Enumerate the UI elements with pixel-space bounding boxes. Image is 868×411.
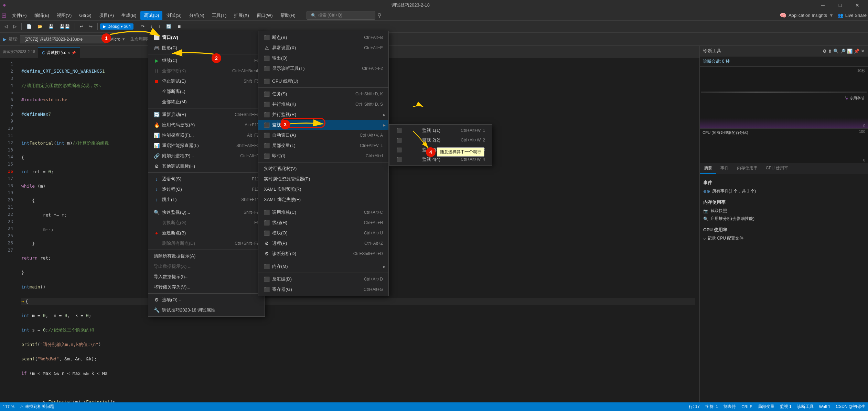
restart-btn[interactable]: 🔄 [164,23,174,30]
menu-stop-debug-item[interactable]: ⏹ 停止调试(E) Shift+F5 [148,76,265,86]
status-watch[interactable]: 监视 1 [780,404,792,410]
auto-window-item[interactable]: ⬛ 自动窗口(A) Ctrl+Alt+V, A [258,130,388,140]
diag-zoom-in-icon[interactable]: 🔍 [833,49,839,54]
step-over-btn[interactable]: ↷ [139,23,147,30]
menu-terminate-item[interactable]: 全部终止(M) [148,97,265,107]
watch-item[interactable]: ⬛ 监视(W) [258,120,388,130]
open-btn[interactable]: 📂 [35,23,45,30]
stop-btn[interactable]: ⏹ [175,23,184,30]
modules-item[interactable]: ⬛ 模块(O) Ctrl+Alt+U [258,228,388,238]
live-prop-item[interactable]: 实时属性资源管理器(P) [258,174,388,184]
step-in-btn[interactable]: ↓ [148,23,155,30]
gpu-threads-item[interactable]: ⬛ GPU 线程(U) [258,76,388,86]
diag-tab-memory[interactable]: 内存使用率 [733,163,762,174]
minimize-button[interactable]: ─ [815,0,831,10]
snapshot-item[interactable]: 📷 截取快照 [703,207,865,215]
immediate-item[interactable]: ⬛ 即时(I) Ctrl+Alt+I [258,151,388,161]
diag-settings-icon[interactable]: ⚙ [823,49,827,54]
bp-window-item[interactable]: ⬛ 断点(B) Ctrl+Alt+B [258,32,388,43]
call-stack-item[interactable]: ⬛ 调用堆栈(C) Ctrl+Alt+C [258,207,388,218]
heap-item[interactable]: 🔍 启用堆分析(会影响性能) [703,215,865,223]
tab-close-icon[interactable]: ✕ [67,51,70,55]
memory-win-item[interactable]: ⬛ 内存(M) [258,261,388,272]
menu-window[interactable]: 窗口(W) [253,11,276,20]
menu-project[interactable]: 项目(P) [96,11,117,20]
tasks-item[interactable]: ⬛ 任务(S) Ctrl+Shift+D, K [258,89,388,99]
diag-tab-summary[interactable]: 摘要 [700,163,716,174]
menu-save-dump-item[interactable]: 将转储另存为(V)... [148,282,265,292]
menu-new-bp-item[interactable]: ● 新建断点(B) [148,228,265,238]
menu-tools[interactable]: 工具(T) [208,11,230,20]
menu-build[interactable]: 生成(B) [118,11,140,20]
diag-tab-events[interactable]: 事件 [716,163,733,174]
parallel-stack-item[interactable]: ⬛ 并行堆栈(K) Ctrl+Shift+D, S [258,99,388,109]
xaml-preview-item[interactable]: XAML 实时预览(R) [258,184,388,194]
processes-item[interactable]: ⚙ 进程(P) Ctrl+Alt+Z [258,238,388,249]
diag-export-icon[interactable]: ⬆ [828,49,832,54]
diag-tools-item[interactable]: ⬛ 显示诊断工具(T) Ctrl+Alt+F2 [258,63,388,74]
diag-close-icon[interactable]: ✕ [861,49,865,54]
menu-window-item[interactable]: ⬜ 窗口(W) [148,32,265,43]
status-language[interactable]: 局部变量 [758,404,774,410]
output-item[interactable]: ⬛ 输出(O) [258,53,388,63]
undo-btn[interactable]: ↩ [77,23,86,30]
application-insights-label[interactable]: Application Insights [789,13,827,18]
debug-config-dropdown[interactable]: ▶ Debug ▾ x64 [100,23,133,30]
threads-item[interactable]: ⬛ 线程(H) Ctrl+Alt+H [258,218,388,228]
close-button[interactable]: ✕ [849,0,865,10]
menu-debug-props-item[interactable]: 🔧 调试技巧2023-18 调试属性 [148,305,265,315]
live-share-label[interactable]: Live Share [845,13,867,18]
save-all-btn[interactable]: 💾💾 [57,23,72,30]
vMicro-dropdown-icon[interactable]: ▾ [122,36,125,42]
menu-other-targets-item[interactable]: ⚙ 其他调试目标(H) [148,161,265,171]
step-out-btn[interactable]: ↑ [156,23,163,30]
registers-item[interactable]: ⬛ 寄存器(G) Ctrl+Alt+G [258,284,388,295]
diag-zoom-out-icon[interactable]: 🔎 [840,49,846,54]
xaml-bind-item[interactable]: XAML 绑定失败(F) [258,194,388,205]
locals-item[interactable]: ⬛ 局部变量(L) Ctrl+Alt+V, L [258,140,388,151]
menu-analyze[interactable]: 分析(N) [186,11,208,20]
parallel-watch-item[interactable]: ⬛ 并行监视(R) [258,109,388,120]
maximize-button[interactable]: □ [832,0,848,10]
save-btn[interactable]: 💾 [46,23,56,30]
menu-clear-tips-item[interactable]: 清除所有数据提示(A) [148,251,265,261]
disassembly-item[interactable]: ⬛ 反汇编(D) Ctrl+Alt+D [258,274,388,284]
menu-quick-watch-item[interactable]: 🔍 快速监视(Q)... Shift+F9 [148,207,265,218]
menu-restart-perf-item[interactable]: 📊 重启性能探查器(L) Shift+Alt+F2 [148,140,265,151]
menu-apply-code-item[interactable]: 🔥 应用代码更改(A) Alt+F10 [148,120,265,130]
menu-import-tips-item[interactable]: 导入数据提示(I)... [148,272,265,282]
cpu-profile-item[interactable]: ○ 记录 CPU 配置文件 [703,234,865,242]
menu-detach-item[interactable]: 全部断离(L) [148,86,265,97]
menu-debug[interactable]: 调试(D) [140,11,162,20]
live-tree-item[interactable]: 实时可视化树(V) [258,164,388,174]
editor-tab-main[interactable]: C 调试技巧.c ✕ 📌 [38,48,80,58]
menu-git[interactable]: Git(G) [76,11,95,19]
menu-continue-item[interactable]: ▶ 继续(C) F5 [148,55,265,66]
back-btn[interactable]: ◁ [2,23,10,30]
search-btn-icon[interactable]: ⚲ [377,12,382,19]
menu-extensions[interactable]: 扩展(X) [231,11,252,20]
menu-step-out-item[interactable]: ↑ 跳出(T) Shift+F11 [148,194,265,205]
status-diag[interactable]: 诊断工具 [797,404,814,410]
watch-3-item[interactable]: ⬛ 监视 3(3) Ctrl+Alt+W, 3 [389,145,492,155]
menu-attach-item[interactable]: 🔗 附加到进程(P)... Ctrl+Alt+P [148,151,265,161]
diag-chart-icon[interactable]: 📊 [847,49,853,54]
redo-btn[interactable]: ↪ [87,23,95,30]
watch-4-item[interactable]: ⬛ 监视 4(4) Ctrl+Alt+W, 4 [389,155,492,164]
menu-perf-item[interactable]: 📊 性能探查器(F)... Alt+F2 [148,130,265,140]
fwd-btn[interactable]: ▷ [11,23,19,30]
pin-icon[interactable]: 📌 [72,51,76,55]
watch-2-item[interactable]: ⬛ 监视 2(2) Ctrl+Alt+W, 2 [389,135,492,145]
process-selector[interactable]: [27872] 调试技巧2023-2-18.exe [20,35,106,43]
menu-restart-item[interactable]: 🔄 重新启动(R) Ctrl+Shift+F5 [148,109,265,120]
watch-1-item[interactable]: ⬛ 监视 1(1) Ctrl+Alt+W, 1 [389,126,492,135]
menu-edit[interactable]: 编辑(E) [31,11,53,20]
diag-pin-icon[interactable]: 📌 [854,49,859,54]
status-problems[interactable]: ⚠ 未找到相关问题 [20,404,54,410]
new-file-btn[interactable]: 📄 [24,23,34,30]
menu-step-over-item[interactable]: ↓ 逐过程(O) F10 [148,184,265,194]
diag-tab-cpu[interactable]: CPU 使用率 [762,163,792,174]
diag-analysis-item[interactable]: ⚙ 诊断分析(D) Ctrl+Shift+Alt+D [258,249,388,259]
exception-item[interactable]: ⚠ 异常设置(X) Ctrl+Alt+E [258,43,388,53]
menu-options-item[interactable]: ⚙ 选项(O)... [148,295,265,305]
